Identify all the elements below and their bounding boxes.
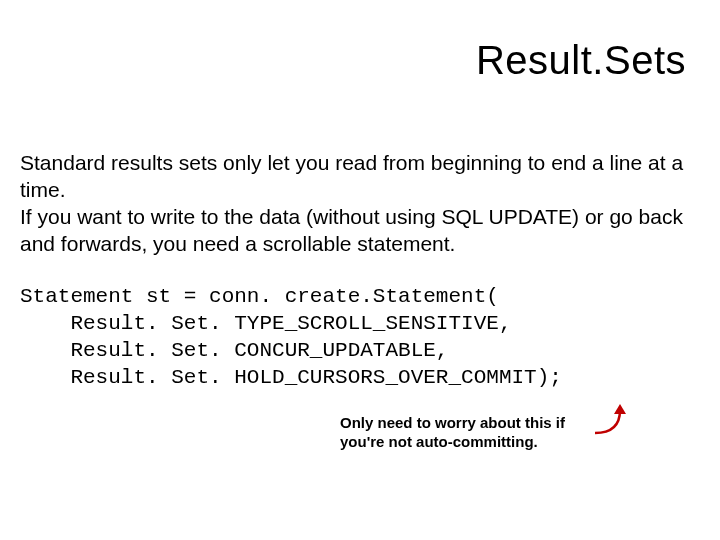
slide: Result.Sets Standard results sets only l… bbox=[0, 0, 720, 540]
body-text: Standard results sets only let you read … bbox=[20, 150, 700, 419]
code-line-4: Result. Set. HOLD_CURSORS_OVER_COMMIT); bbox=[20, 366, 562, 389]
code-line-1: Statement st = conn. create.Statement( bbox=[20, 285, 499, 308]
code-line-2: Result. Set. TYPE_SCROLL_SENSITIVE, bbox=[20, 312, 511, 335]
code-block: Statement st = conn. create.Statement( R… bbox=[20, 258, 700, 419]
paragraph-1: Standard results sets only let you read … bbox=[20, 150, 700, 204]
paragraph-2: If you want to write to the data (withou… bbox=[20, 204, 700, 258]
annotation-note: Only need to worry about this if you're … bbox=[340, 414, 570, 452]
code-line-3: Result. Set. CONCUR_UPDATABLE, bbox=[20, 339, 448, 362]
curved-arrow-icon bbox=[580, 398, 630, 438]
page-title: Result.Sets bbox=[476, 38, 686, 83]
